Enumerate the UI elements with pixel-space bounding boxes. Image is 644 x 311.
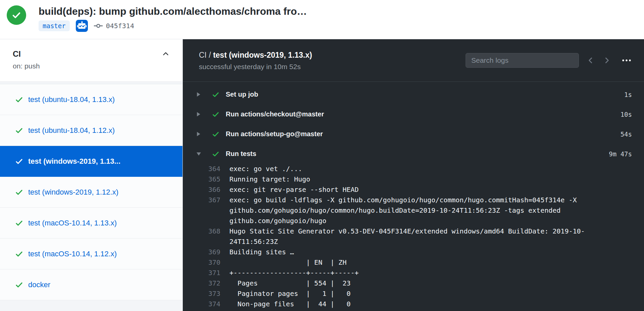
next-match-button[interactable] bbox=[602, 56, 611, 65]
log-line-text: exec: git rev-parse --short HEAD bbox=[229, 185, 624, 195]
log-line-text: exec: go build -ldflags -X github.com/go… bbox=[229, 195, 624, 226]
log-line: 369 Building sites … bbox=[196, 247, 644, 257]
sidebar-job-item[interactable]: test (macOS-10.14, 1.12.x) bbox=[0, 239, 182, 269]
triangle-right-icon bbox=[196, 132, 201, 137]
disclosure-triangle-icon[interactable] bbox=[196, 92, 212, 97]
log-step-row[interactable]: Run tests 9m 47s bbox=[183, 144, 644, 164]
workflow-trigger: on: push bbox=[13, 62, 170, 70]
log-line-text: Non-page files | 44 | 0 bbox=[229, 299, 624, 309]
job-success-check-icon bbox=[15, 157, 23, 166]
run-header-main: build(deps): bump github.com/alecthomas/… bbox=[39, 5, 307, 32]
job-success-check-icon bbox=[15, 219, 23, 227]
job-label: test (windows-2019, 1.13... bbox=[28, 157, 120, 166]
workflow-header[interactable]: CI on: push bbox=[0, 39, 182, 82]
sidebar-job-item[interactable]: test (ubuntu-18.04, 1.12.x) bbox=[0, 115, 182, 146]
log-line-text: Paginator pages | 1 | 0 bbox=[229, 289, 624, 299]
step-name: Run actions/checkout@master bbox=[226, 110, 324, 118]
dependabot-icon[interactable] bbox=[76, 20, 88, 32]
log-line-number[interactable]: 369 bbox=[196, 247, 220, 257]
log-line: 365 Running target: Hugo bbox=[196, 174, 644, 185]
main-split: CI on: push test (ubuntu-18.04, 1.13.x) … bbox=[0, 39, 644, 311]
log-panel: CI / test (windows-2019, 1.13.x) success… bbox=[183, 39, 644, 311]
log-line: 372 Pages | 554 | 23 bbox=[196, 278, 644, 289]
log-line-number[interactable]: 370 bbox=[196, 257, 220, 268]
panel-title-block: CI / test (windows-2019, 1.13.x) success… bbox=[199, 50, 312, 71]
job-label: test (ubuntu-18.04, 1.12.x) bbox=[28, 126, 115, 135]
chevron-right-icon bbox=[602, 56, 611, 65]
job-success-check-icon bbox=[15, 95, 23, 104]
log-menu-button[interactable] bbox=[621, 55, 632, 66]
step-success-check-icon bbox=[212, 130, 220, 138]
log-line-number[interactable]: 374 bbox=[196, 299, 220, 309]
branch-badge[interactable]: master bbox=[39, 20, 70, 31]
search-logs-input[interactable] bbox=[466, 53, 579, 68]
commit-icon bbox=[93, 21, 103, 31]
job-success-check-icon bbox=[15, 250, 23, 258]
log-line-text: Pages | 554 | 23 bbox=[229, 278, 624, 289]
sidebar-job-item[interactable]: test (windows-2019, 1.13... bbox=[0, 146, 182, 177]
log-step-row[interactable]: Run actions/checkout@master 10s bbox=[183, 104, 644, 124]
workflow-run-page: build(deps): bump github.com/alecthomas/… bbox=[0, 0, 644, 311]
job-success-check-icon bbox=[15, 280, 23, 289]
job-label: test (ubuntu-18.04, 1.13.x) bbox=[28, 95, 115, 104]
triangle-right-icon bbox=[196, 92, 201, 97]
panel-job-name: test (windows-2019, 1.13.x) bbox=[213, 51, 312, 59]
log-line: 374 Non-page files | 44 | 0 bbox=[196, 299, 644, 309]
log-line: 373 Paginator pages | 1 | 0 bbox=[196, 289, 644, 299]
step-success-check-icon bbox=[212, 150, 220, 158]
log-line: 364 exec: go vet ./... bbox=[196, 164, 644, 174]
breadcrumb: CI / bbox=[199, 51, 213, 59]
commit-link[interactable]: 045f314 bbox=[93, 21, 134, 31]
log-step-row[interactable]: Run actions/setup-go@master 54s bbox=[183, 124, 644, 144]
run-meta-row: master bbox=[39, 20, 307, 32]
log-line-text: Hugo Static Site Generator v0.53-DEV-045… bbox=[229, 226, 624, 247]
log-line-text: Building sites … bbox=[229, 247, 624, 257]
sidebar-job-item[interactable]: test (windows-2019, 1.12.x) bbox=[0, 177, 182, 208]
log-step-row[interactable]: Set up job 1s bbox=[183, 85, 644, 104]
step-duration: 10s bbox=[621, 111, 632, 118]
log-line: 367 exec: go build -ldflags -X github.co… bbox=[196, 195, 644, 226]
job-status-line: successful yesterday in 10m 52s bbox=[199, 63, 312, 71]
log-line-number[interactable]: 364 bbox=[196, 164, 220, 174]
step-duration: 9m 47s bbox=[609, 150, 632, 158]
step-duration: 1s bbox=[624, 91, 632, 98]
log-line-number[interactable]: 372 bbox=[196, 278, 220, 289]
run-title: build(deps): bump github.com/alecthomas/… bbox=[39, 5, 307, 17]
job-success-check-icon bbox=[15, 188, 23, 197]
sidebar-job-item[interactable]: test (macOS-10.14, 1.13.x) bbox=[0, 208, 182, 239]
workflow-name: CI bbox=[13, 49, 21, 59]
log-line-number[interactable]: 368 bbox=[196, 226, 220, 247]
sidebar-job-item[interactable]: test (ubuntu-18.04, 1.13.x) bbox=[0, 84, 182, 115]
log-line-text: exec: go vet ./... bbox=[229, 164, 624, 174]
log-line-number[interactable]: 365 bbox=[196, 174, 220, 185]
log-line-number[interactable]: 366 bbox=[196, 185, 220, 195]
check-icon bbox=[11, 10, 22, 20]
job-list: test (ubuntu-18.04, 1.13.x) test (ubuntu… bbox=[0, 84, 182, 300]
disclosure-triangle-icon[interactable] bbox=[196, 112, 212, 117]
step-name: Run actions/setup-go@master bbox=[226, 130, 323, 138]
log-line-text: | EN | ZH bbox=[229, 257, 624, 268]
log-line: 370 | EN | ZH bbox=[196, 257, 644, 268]
chevron-up-icon[interactable] bbox=[162, 50, 170, 58]
log-line: 371 +------------------+-----+-----+ bbox=[196, 268, 644, 278]
step-duration: 54s bbox=[621, 131, 632, 138]
step-success-check-icon bbox=[212, 91, 220, 99]
log-line: 368 Hugo Static Site Generator v0.53-DEV… bbox=[196, 226, 644, 247]
disclosure-triangle-icon[interactable] bbox=[196, 132, 212, 137]
run-header: build(deps): bump github.com/alecthomas/… bbox=[0, 0, 644, 39]
sidebar-job-item[interactable]: docker bbox=[0, 269, 182, 300]
job-label: test (windows-2019, 1.12.x) bbox=[28, 188, 118, 197]
log-line-number[interactable]: 371 bbox=[196, 268, 220, 278]
kebab-horizontal-icon bbox=[621, 55, 632, 66]
log-output: 364 exec: go vet ./... 365 Running targe… bbox=[183, 164, 644, 311]
log-line-number[interactable]: 367 bbox=[196, 195, 220, 226]
triangle-down-icon bbox=[196, 152, 201, 156]
log-line-number[interactable]: 373 bbox=[196, 289, 220, 299]
job-label: docker bbox=[28, 280, 50, 289]
step-list: Set up job 1s Run actions/checkout@maste… bbox=[183, 82, 644, 164]
log-line: 366 exec: git rev-parse --short HEAD bbox=[196, 185, 644, 195]
prev-match-button[interactable] bbox=[586, 56, 595, 65]
disclosure-triangle-icon[interactable] bbox=[196, 152, 212, 156]
workflow-sidebar: CI on: push test (ubuntu-18.04, 1.13.x) … bbox=[0, 39, 183, 311]
dependabot-glyph-icon bbox=[76, 20, 88, 32]
